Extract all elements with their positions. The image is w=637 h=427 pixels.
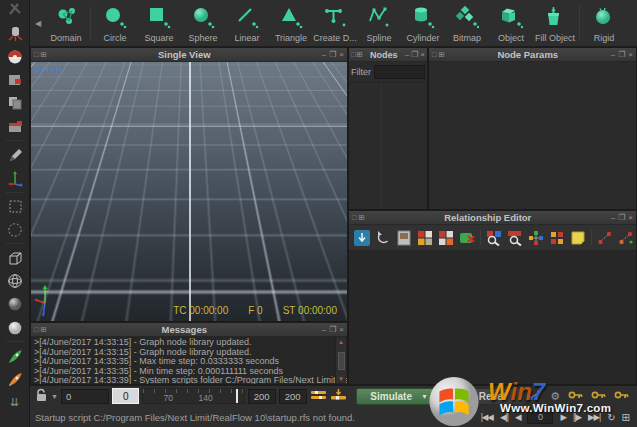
close-icon[interactable]: × [339,326,344,334]
toolbar-item-sphere[interactable]: Sphere [181,0,225,46]
import-node-icon[interactable] [354,229,370,246]
lock-menu-caret-icon[interactable]: ▼ [51,393,58,400]
export-box-icon[interactable] [5,117,25,136]
panel-float-icon[interactable]: □ [352,214,357,222]
node-params-titlebar[interactable]: □ ⊞ Node Params – ❐ × [429,48,636,62]
wire-sphere-icon[interactable] [5,272,25,291]
wire-cube-icon[interactable] [5,248,25,267]
lock-open-icon[interactable] [34,388,48,404]
max-frames-field[interactable]: 200 [279,389,307,404]
range-end-field[interactable]: 200 [248,389,276,404]
shaded-sphere-icon[interactable] [5,295,25,314]
arrange-nodes-icon[interactable] [549,229,565,246]
toolbar-overflow-icon[interactable]: ⇊ [5,393,25,412]
playback-options-icon[interactable]: ⊞ [622,412,629,423]
panel-float-icon[interactable]: □ [351,51,356,59]
scrollbar-thumb[interactable] [338,352,345,370]
filter-input[interactable] [374,65,425,79]
smooth-sphere-icon[interactable] [5,318,25,337]
panel-dock-icon[interactable]: ⊞ [357,51,363,59]
minimize-icon[interactable]: – [405,51,409,59]
toolbar-item-circle[interactable]: Circle [93,0,137,46]
current-frame-field[interactable]: 0 [112,388,139,404]
minimize-icon[interactable]: – [611,214,615,222]
maximize-icon[interactable]: ❐ [329,326,336,334]
maximize-icon[interactable]: ❐ [618,51,625,59]
maximize-icon[interactable]: ❐ [618,214,625,222]
toolbar-item-create-d[interactable]: Create D... [313,0,357,46]
panel-dock-icon[interactable]: ⊞ [359,214,365,222]
minimize-icon[interactable]: – [322,51,326,59]
key-icon[interactable] [568,389,583,403]
nodes-tree[interactable] [349,82,427,209]
zoom-selected-icon[interactable] [486,229,502,246]
toolbar-item-square[interactable]: Square [137,0,181,46]
notes-icon[interactable] [570,229,586,246]
panel-float-icon[interactable]: □ [432,51,437,59]
playback-frame-field[interactable]: 0 [527,411,553,424]
zoom-all-icon[interactable] [507,229,523,246]
jump-end-icon[interactable]: ▶▶| [588,412,600,422]
reset-view-icon[interactable] [375,229,391,246]
toolbar-item-rigid[interactable]: Rigid [582,0,626,46]
close-icon[interactable]: × [628,51,633,59]
loop-icon[interactable]: ↻ [607,412,614,423]
link-nodes-icon[interactable] [597,229,613,246]
maximize-icon[interactable]: ❐ [329,51,336,59]
messages-scrollbar[interactable]: ▲ ▼ [335,338,346,383]
panel-float-icon[interactable]: □ [34,326,39,334]
color-grid-icon[interactable] [417,229,433,246]
mesh-tool-icon[interactable] [5,71,25,90]
panel-dock-icon[interactable]: ⊞ [41,51,47,59]
gear-icon[interactable]: ⚙ [550,390,560,403]
toolbar-item-spline[interactable]: Spline [357,0,401,46]
minimize-icon[interactable]: – [611,51,615,59]
color-grid-alt-icon[interactable] [438,229,454,246]
simulate-button[interactable]: Simulate ▼ [356,388,443,405]
minimize-icon[interactable]: – [322,326,326,334]
emitter-tool-icon[interactable] [5,24,25,43]
toolbar-item-triangle[interactable]: Triangle [269,0,313,46]
toolbar-item-cylinder[interactable]: Cylinder [401,0,445,46]
jump-start-icon[interactable]: |◀◀ [481,412,493,422]
add-keyframe-icon[interactable] [330,388,347,404]
reset-button[interactable]: Reset [460,388,526,405]
step-forward-icon[interactable]: ||▶ [573,412,581,422]
play-forward-icon[interactable]: ▶ [560,412,566,422]
draw-tool-icon[interactable] [5,145,25,164]
node-link-mini-icon[interactable] [528,389,542,403]
keyframe-bars-icon[interactable] [310,388,327,404]
connect-nodes-icon[interactable] [528,229,544,246]
copy-nodes-icon[interactable] [5,94,25,113]
remove-node-icon[interactable] [459,229,475,246]
nodes-titlebar[interactable]: □ ⊞ Nodes – ❐ × [349,48,427,62]
move-axis-icon[interactable] [5,169,25,188]
relationship-editor-titlebar[interactable]: □ ⊞ Relationship Editor – ❐ × [349,211,636,225]
toolbar-item-object[interactable]: Object [489,0,533,46]
image-node-icon[interactable] [396,229,412,246]
key-icon[interactable] [591,389,606,403]
toolbar-scroll-left-icon[interactable]: ◀ [32,0,44,46]
play-backward-icon[interactable]: ◀ [515,412,521,422]
key-icon[interactable] [614,389,629,403]
single-view-titlebar[interactable]: □ ⊞ Single View – ❐ × [31,48,347,62]
toolbar-item-domain[interactable]: Domain [44,0,88,46]
dashed-cube-icon[interactable] [5,197,25,216]
close-icon[interactable]: × [420,51,425,59]
toolbar-item-bitmap[interactable]: Bitmap [445,0,489,46]
messages-titlebar[interactable]: □ ⊞ Messages – ❐ × [31,323,347,337]
scroll-down-icon[interactable]: ▼ [338,376,344,382]
viewport-3d[interactable]: persp TC 00:00:00 F 0 ST 00:00:00 [31,62,347,321]
close-icon[interactable]: × [628,214,633,222]
relationship-canvas[interactable] [349,251,636,384]
timeline-strip[interactable]: 70 140 [142,388,244,404]
timeline-playhead[interactable] [236,389,238,403]
range-start-field[interactable]: 0 [61,389,109,404]
scroll-up-icon[interactable]: ▲ [338,339,344,345]
dashed-sphere-icon[interactable] [5,220,25,239]
panel-float-icon[interactable]: □ [34,51,39,59]
panel-dock-icon[interactable]: ⊞ [41,326,47,334]
daemon-sphere-icon[interactable] [5,47,25,66]
toolbar-item-fill-object[interactable]: Fill Object [533,0,577,46]
pointer-tool-icon[interactable] [5,1,25,20]
